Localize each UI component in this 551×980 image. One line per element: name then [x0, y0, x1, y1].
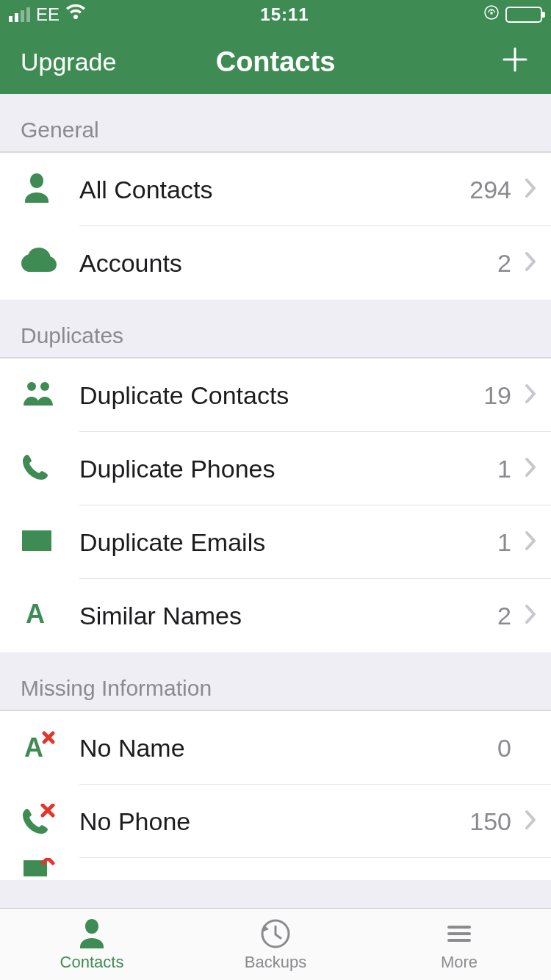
row-no-name[interactable]: A No Name 0 — [0, 711, 551, 785]
more-tab-icon — [443, 918, 475, 950]
row-similar-names[interactable]: A Similar Names 2 — [0, 579, 551, 652]
tab-contacts[interactable]: Contacts — [0, 909, 184, 980]
row-count: 19 — [483, 381, 511, 410]
row-no-phone-email[interactable] — [0, 858, 551, 880]
row-duplicate-phones[interactable]: Duplicate Phones 1 — [0, 432, 551, 505]
row-label: Duplicate Phones — [79, 455, 497, 483]
row-count: 1 — [497, 455, 511, 483]
row-count: 150 — [469, 807, 511, 836]
signal-icon — [9, 7, 30, 22]
phone-x-icon — [21, 804, 56, 839]
battery-icon — [505, 7, 542, 23]
row-label: Duplicate Emails — [79, 528, 497, 557]
tab-label: Contacts — [60, 953, 124, 972]
row-duplicate-contacts[interactable]: Duplicate Contacts 19 — [0, 359, 551, 432]
section-duplicates: Duplicate Contacts 19 Duplicate Phones 1… — [0, 358, 551, 652]
row-label: Duplicate Contacts — [79, 381, 483, 410]
letter-a-x-icon: A — [21, 730, 56, 765]
chevron-right-icon — [525, 604, 536, 627]
row-count: 0 — [497, 734, 511, 763]
clock: 15:11 — [86, 4, 483, 25]
tab-bar: Contacts Backups More — [0, 908, 551, 980]
section-header-missing: Missing Information — [0, 652, 551, 710]
backups-tab-icon — [259, 918, 292, 950]
add-contact-button[interactable] — [500, 43, 530, 81]
svg-point-5 — [40, 382, 49, 391]
tab-more[interactable]: More — [367, 909, 551, 980]
tab-label: Backups — [245, 953, 306, 972]
row-label: No Phone — [79, 807, 469, 836]
cloud-accounts-icon — [21, 247, 57, 279]
carrier-label: EE — [36, 4, 60, 25]
row-label: Similar Names — [79, 602, 497, 630]
chevron-right-icon — [525, 530, 536, 554]
chevron-right-icon — [525, 251, 536, 275]
svg-point-4 — [27, 382, 36, 391]
tab-backups[interactable]: Backups — [184, 909, 367, 980]
rotation-lock-icon — [483, 4, 500, 25]
section-missing: A No Name 0 No Phone 150 — [0, 710, 551, 880]
chevron-right-icon — [525, 457, 536, 480]
email-x-icon — [21, 858, 56, 880]
status-bar: EE 15:11 — [0, 0, 551, 29]
chevron-right-icon — [525, 178, 536, 201]
row-label: No Name — [79, 734, 497, 763]
section-header-duplicates: Duplicates — [0, 300, 551, 358]
row-count: 294 — [469, 176, 511, 204]
row-accounts[interactable]: Accounts 2 — [0, 226, 551, 300]
row-count: 2 — [497, 249, 511, 278]
chevron-right-icon — [525, 810, 536, 833]
content-scroll[interactable]: General All Contacts 294 Accounts 2 — [0, 94, 551, 908]
section-general: All Contacts 294 Accounts 2 — [0, 152, 551, 300]
phone-icon — [21, 453, 50, 485]
people-icon — [21, 379, 56, 411]
svg-point-2 — [33, 259, 37, 263]
chevron-right-icon — [525, 383, 536, 407]
svg-text:A: A — [24, 732, 43, 763]
svg-rect-1 — [491, 12, 493, 15]
wifi-icon — [65, 4, 86, 25]
letter-a-icon: A — [21, 599, 50, 632]
row-duplicate-emails[interactable]: Duplicate Emails 1 — [0, 505, 551, 579]
row-all-contacts[interactable]: All Contacts 294 — [0, 153, 551, 226]
row-label: All Contacts — [79, 176, 469, 204]
upgrade-button[interactable]: Upgrade — [21, 48, 116, 76]
page-title: Contacts — [216, 46, 336, 78]
row-label: Accounts — [79, 249, 497, 278]
contacts-tab-icon — [76, 918, 108, 950]
person-icon — [21, 172, 53, 207]
tab-label: More — [441, 953, 478, 972]
email-icon — [21, 529, 53, 555]
row-no-phone[interactable]: No Phone 150 — [0, 785, 551, 858]
row-count: 2 — [497, 602, 511, 630]
svg-point-3 — [40, 259, 45, 263]
row-count: 1 — [497, 528, 511, 557]
section-header-general: General — [0, 94, 551, 152]
nav-bar: Upgrade Contacts — [0, 29, 551, 94]
svg-text:A: A — [26, 599, 45, 629]
